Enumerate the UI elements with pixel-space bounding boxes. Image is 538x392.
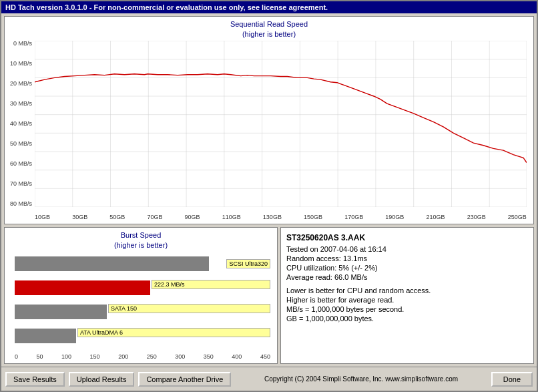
burst-bars-area: SCSI Ultra320 222.3 MB/s SATA 150 xyxy=(15,254,270,347)
burst-bar-current-label: 222.3 MB/s xyxy=(152,280,270,289)
note1: Lower is better for CPU and random acces… xyxy=(286,286,528,295)
sequential-read-chart: Sequential Read Speed (higher is better)… xyxy=(4,16,534,224)
note2: Higher is better for average read. xyxy=(286,296,528,304)
toolbar: Save Results Upload Results Compare Anot… xyxy=(1,367,537,391)
random-access: Random access: 13.1ms xyxy=(286,254,528,262)
y-axis-labels: 80 MB/s 70 MB/s 60 MB/s 50 MB/s 40 MB/s … xyxy=(6,41,34,207)
main-window: HD Tach version 3.0.1.0 - For non-commer… xyxy=(0,0,538,392)
note3: MB/s = 1,000,000 bytes per second. xyxy=(286,305,528,313)
upload-results-button[interactable]: Upload Results xyxy=(69,372,135,387)
title-bar: HD Tach version 3.0.1.0 - For non-commer… xyxy=(1,1,537,13)
burst-bar-ata-label: ATA UltraDMA 6 xyxy=(77,328,270,337)
burst-bar-scsi-label: SCSI Ultra320 xyxy=(226,259,270,268)
drive-name: ST3250620AS 3.AAK xyxy=(286,233,528,242)
info-panel: ST3250620AS 3.AAK Tested on 2007-04-06 a… xyxy=(280,227,534,364)
bottom-section: Burst Speed (higher is better) SCSI Ultr… xyxy=(4,227,534,364)
tested-date: Tested on 2007-04-06 at 16:14 xyxy=(286,245,528,253)
burst-bar-sata-label: SATA 150 xyxy=(108,304,270,313)
compare-another-drive-button[interactable]: Compare Another Drive xyxy=(138,372,231,387)
sequential-svg xyxy=(35,41,527,207)
burst-bar-scsi: SCSI Ultra320 xyxy=(15,254,270,273)
sequential-chart-title: Sequential Read Speed (higher is better) xyxy=(5,17,533,40)
main-content: Sequential Read Speed (higher is better)… xyxy=(1,13,537,367)
window-title: HD Tach version 3.0.1.0 - For non-commer… xyxy=(5,3,328,11)
copyright-text: Copyright (C) 2004 Simpli Software, Inc.… xyxy=(235,375,487,383)
burst-chart-title: Burst Speed (higher is better) xyxy=(5,228,277,251)
burst-bar-sata: SATA 150 xyxy=(15,303,270,321)
burst-bar-current: 222.3 MB/s xyxy=(15,278,270,297)
done-button[interactable]: Done xyxy=(491,372,533,387)
note4: GB = 1,000,000,000 bytes. xyxy=(286,315,528,323)
sequential-chart-plot xyxy=(35,41,527,207)
burst-bar-ata: ATA UltraDMA 6 xyxy=(15,327,270,345)
avg-read: Average read: 66.0 MB/s xyxy=(286,273,528,281)
save-results-button[interactable]: Save Results xyxy=(5,372,65,387)
cpu-util: CPU utilization: 5% (+/- 2%) xyxy=(286,264,528,272)
burst-x-labels: 0 50 100 150 200 250 300 350 400 450 xyxy=(15,353,270,360)
burst-speed-chart: Burst Speed (higher is better) SCSI Ultr… xyxy=(4,227,278,364)
x-axis-labels: 10GB 30GB 50GB 70GB 90GB 110GB 130GB 150… xyxy=(35,214,527,220)
